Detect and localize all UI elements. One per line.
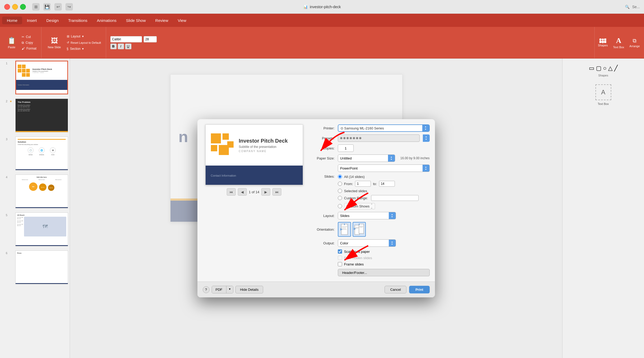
menu-insert[interactable]: Insert (22, 17, 42, 24)
grid-icon[interactable]: ⊞ (32, 3, 40, 11)
menu-view[interactable]: View (173, 17, 191, 24)
header-footer-button[interactable]: Header/Footer... (338, 269, 430, 276)
first-slide-button[interactable]: ⏮ (227, 188, 236, 196)
frame-label: Frame slides (344, 262, 364, 266)
rounded-rect-shape[interactable]: ▢ (596, 65, 602, 72)
menu-slideshow[interactable]: Slide Show (121, 17, 150, 24)
menu-home[interactable]: Home (2, 17, 22, 24)
format-arrow[interactable]: ▲ ▼ (423, 165, 429, 172)
preview-company: COMPANY NAME (239, 150, 288, 153)
cancel-button[interactable]: Cancel (385, 286, 406, 293)
custom-shows-select[interactable]: Custom Shows ⌃⌄ (344, 203, 375, 209)
save-icon[interactable]: 💾 (43, 3, 51, 11)
slides-to-input[interactable] (379, 181, 395, 187)
paper-size-arrow[interactable]: ▲ ▼ (388, 155, 395, 162)
layout-button[interactable]: ⊞ Layout ▾ (65, 34, 103, 39)
slide-thumb-2[interactable]: 2 ★ The Problem Describe the problemyou … (0, 96, 70, 134)
slides-selected-radio[interactable] (338, 189, 342, 193)
paper-size-select[interactable]: Untitled ▲ ▼ (338, 154, 395, 162)
output-select[interactable]: Color ▲ ▼ (338, 239, 396, 247)
menu-review[interactable]: Review (150, 17, 173, 24)
pdf-button[interactable]: PDF (212, 286, 226, 293)
line-shape[interactable]: ╱ (614, 65, 618, 72)
orientation-portrait-multi[interactable] (353, 222, 366, 237)
text-box-shape[interactable]: A (595, 84, 611, 100)
italic-button[interactable]: I (118, 43, 124, 49)
redo-icon[interactable]: ↪ (65, 3, 73, 11)
format-button[interactable]: 🖌 Format (20, 46, 38, 51)
maximize-button[interactable] (20, 4, 26, 10)
font-family-select[interactable]: Calibri (110, 36, 142, 42)
hide-details-button[interactable]: Hide Details (235, 286, 263, 293)
search-icon[interactable]: 🔍 (625, 5, 629, 9)
slides-from-input[interactable] (355, 181, 371, 187)
slides-custom-range-input[interactable] (371, 195, 419, 201)
underline-button[interactable]: U (125, 43, 131, 49)
help-button[interactable]: ? (203, 286, 210, 293)
font-row1: Calibri 28 (110, 36, 157, 42)
checkbox-group: Scale to fit paper Print hidden slides F… (311, 249, 430, 266)
layout-row-label: Layout: (311, 214, 335, 218)
copy-button[interactable]: ⧉ Copy (20, 40, 38, 45)
paste-button[interactable]: 📋 Paste (5, 36, 18, 50)
shapes-button[interactable]: Shapes (596, 27, 610, 58)
slide-preview-1[interactable]: Investor Pitch Deck Subtitle of the pres… (15, 61, 68, 94)
frame-checkbox[interactable] (338, 262, 342, 266)
slide-thumb-4[interactable]: 4 Edit title here Edit text hereEdit tex… (0, 172, 70, 210)
font-row2: B I U (110, 43, 157, 49)
menu-animations[interactable]: Animations (92, 17, 121, 24)
scale-checkbox[interactable] (338, 249, 342, 254)
presets-dot-3 (347, 137, 349, 139)
menu-design[interactable]: Design (42, 17, 64, 24)
minimize-button[interactable] (12, 4, 18, 10)
prev-slide-button[interactable]: ◀ (238, 188, 247, 196)
bold-button[interactable]: B (110, 43, 117, 49)
slide-preview-2[interactable]: The Problem Describe the problemyou can … (15, 99, 68, 132)
menu-transitions[interactable]: Transitions (63, 17, 92, 24)
preview-title: Investor Pitch Deck (239, 138, 288, 144)
next-slide-button[interactable]: ▶ (261, 188, 270, 196)
oval-shape[interactable]: ○ (603, 65, 607, 72)
slides-all-radio[interactable] (338, 175, 342, 179)
pdf-dropdown-button[interactable]: ▼ (226, 286, 233, 293)
layout-arrow[interactable]: ▲ ▼ (389, 212, 396, 219)
reset-button[interactable]: ↺ Reset Layout to Default (65, 40, 103, 45)
slide-thumb-1[interactable]: 1 Investor Pitch Deck Subtitle of the pr… (0, 59, 70, 96)
cut-button[interactable]: ✂ Cut (20, 34, 38, 40)
slide-preview-4[interactable]: Edit title here Edit text hereEdit text … (15, 175, 68, 208)
rectangle-shape[interactable]: ▭ (589, 65, 594, 72)
printer-select[interactable]: ⊙ Samsung ML-2160 Series ▲ ▼ (338, 124, 430, 132)
slides-custom-shows-radio[interactable] (338, 204, 342, 208)
orientation-row: Orientation: (311, 222, 430, 237)
slides-all-label: All (14 slides) (344, 175, 365, 179)
share-icon[interactable]: Se... (632, 5, 640, 9)
orientation-portrait-single[interactable] (338, 222, 351, 237)
output-arrow[interactable]: ▲ ▼ (389, 240, 396, 246)
last-slide-button[interactable]: ⏭ (272, 188, 281, 196)
slide-preview-5[interactable]: US Reach You can editthis text You can e… (15, 212, 68, 246)
print-button[interactable]: Print (409, 286, 430, 293)
text-box-button[interactable]: A Text Box (611, 27, 626, 58)
slide-thumb-6[interactable]: 6 Press (0, 248, 70, 286)
slides-custom-range-radio[interactable] (338, 196, 342, 200)
arrange-button[interactable]: ⧉ Arrange (627, 27, 642, 58)
hidden-checkbox[interactable] (338, 256, 342, 260)
new-slide-button[interactable]: 🖼 New Slide (46, 36, 63, 50)
section-button[interactable]: § Section ▾ (65, 46, 103, 51)
close-button[interactable] (4, 4, 10, 10)
undo-icon[interactable]: ↩ (54, 3, 62, 11)
presets-arrow[interactable]: ▲ ▼ (423, 134, 430, 142)
slide-thumb-5[interactable]: 5 US Reach You can editthis text You can… (0, 210, 70, 248)
slide-preview-3[interactable]: Solution A brief line describing your so… (15, 137, 68, 170)
slide-thumb-3[interactable]: 3 Solution A brief line describing your … (0, 134, 70, 172)
triangle-shape[interactable]: △ (608, 65, 613, 72)
layout-select[interactable]: Slides ▲ ▼ (338, 212, 396, 219)
slides-all-row: All (14 slides) (338, 175, 419, 179)
printer-arrow[interactable]: ▲ ▼ (422, 125, 429, 131)
copies-input[interactable] (338, 144, 354, 152)
slides-from-radio[interactable] (338, 182, 342, 186)
slide-preview-6[interactable]: Press (15, 250, 68, 284)
format-select[interactable]: PowerPoint ▲ ▼ (338, 165, 430, 172)
font-size-select[interactable]: 28 (144, 36, 157, 42)
ribbon: 📋 Paste ✂ Cut ⧉ Copy 🖌 Format 🖼 New Slid… (0, 27, 644, 59)
